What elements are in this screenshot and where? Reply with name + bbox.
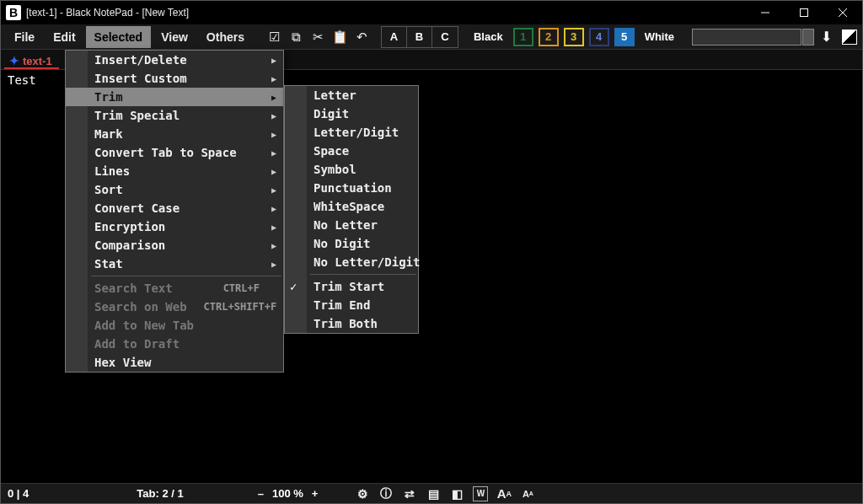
window-title: [text-1] - Black NotePad - [New Text] [26, 7, 189, 19]
theme-5-button[interactable]: 5 [614, 28, 635, 46]
svg-rect-1 [801, 9, 808, 17]
status-icons: ⚙ ⓘ ⇄ ▤ ◧ W AA AA [355, 486, 535, 501]
submenu-arrow-icon: ▶ [271, 241, 276, 250]
submenu-item-letter-digit[interactable]: Letter/Digit [285, 123, 418, 142]
layers-icon[interactable]: ▤ [426, 486, 441, 501]
submenu-arrow-icon: ▶ [271, 56, 276, 65]
trim-submenu: LetterDigitLetter/DigitSpaceSymbolPunctu… [284, 85, 419, 334]
menu-item-lines[interactable]: Lines▶ [66, 162, 283, 180]
download-icon[interactable]: ⬇ [821, 29, 832, 45]
submenu-arrow-icon: ▶ [271, 167, 276, 176]
editor-content: Test [8, 73, 36, 87]
submenu-arrow-icon: ▶ [271, 130, 276, 139]
submenu-item-whitespace[interactable]: WhiteSpace [285, 197, 418, 216]
tab-marker-icon: ✦ [9, 54, 19, 67]
window-icon[interactable]: ◧ [449, 486, 464, 501]
titlebar: B [text-1] - Black NotePad - [New Text] [1, 1, 862, 24]
menu-item-trim[interactable]: Trim▶ [66, 88, 283, 106]
menu-item-insert-custom[interactable]: Insert Custom▶ [66, 69, 283, 88]
font-decrease-icon[interactable]: AA [520, 486, 535, 501]
submenu-item-space[interactable]: Space [285, 142, 418, 160]
submenu-item-letter[interactable]: Letter [285, 86, 418, 105]
selected-dropdown: Insert/Delete▶Insert Custom▶Trim▶Trim Sp… [65, 50, 284, 373]
maximize-button[interactable] [785, 1, 823, 24]
submenu-item-trim-both[interactable]: Trim Both [285, 314, 418, 333]
menu-edit[interactable]: Edit [45, 26, 83, 48]
theme-2-button[interactable]: 2 [539, 28, 559, 46]
statusbar: 0 | 4 Tab: 2 / 1 – 100 % + ⚙ ⓘ ⇄ ▤ ◧ W A… [1, 483, 862, 503]
menu-item-add-to-draft: Add to Draft [66, 335, 283, 353]
menu-item-insert-delete[interactable]: Insert/Delete▶ [66, 51, 283, 69]
editor-area[interactable]: Test Insert/Delete▶Insert Custom▶Trim▶Tr… [1, 70, 862, 483]
theme-3-button[interactable]: 3 [564, 28, 584, 46]
submenu-item-punctuation[interactable]: Punctuation [285, 179, 418, 197]
paste-icon[interactable]: 📋 [332, 29, 349, 46]
menu-item-comparison[interactable]: Comparison▶ [66, 236, 283, 255]
mode-black-label: Black [474, 30, 503, 43]
zoom-value: 100 % [272, 487, 303, 500]
checkbox-icon[interactable]: ☑ [266, 29, 283, 46]
submenu-item-no-digit[interactable]: No Digit [285, 234, 418, 253]
submenu-arrow-icon: ▶ [271, 148, 276, 158]
swap-icon[interactable]: ⇄ [402, 486, 417, 501]
segment-a[interactable]: A [382, 27, 407, 47]
submenu-arrow-icon: ▶ [271, 185, 276, 195]
wrap-icon[interactable]: W [473, 486, 488, 501]
menu-item-stat[interactable]: Stat▶ [66, 255, 283, 273]
toolbar-dropdown-button[interactable] [802, 29, 814, 46]
window-controls [746, 1, 862, 24]
mode-white-label: White [645, 30, 674, 43]
close-button[interactable] [823, 1, 862, 24]
submenu-arrow-icon: ▶ [271, 223, 276, 232]
cut-icon[interactable]: ✂ [310, 29, 327, 46]
menu-others[interactable]: Others [198, 26, 253, 48]
undo-icon[interactable]: ↶ [354, 29, 371, 46]
app-icon: B [6, 5, 21, 20]
menu-item-hex-view[interactable]: Hex View [66, 353, 283, 372]
menu-item-sort[interactable]: Sort▶ [66, 180, 283, 199]
zoom-group: – 100 % + [258, 487, 319, 500]
submenu-item-symbol[interactable]: Symbol [285, 160, 418, 179]
app-window: B [text-1] - Black NotePad - [New Text] … [0, 0, 863, 504]
submenu-item-trim-end[interactable]: Trim End [285, 296, 418, 314]
toolbar-dropdown[interactable] [692, 29, 801, 46]
submenu-item-digit[interactable]: Digit [285, 105, 418, 123]
menu-view[interactable]: View [153, 26, 196, 48]
gear-icon[interactable]: ⚙ [355, 486, 370, 501]
menu-item-convert-case[interactable]: Convert Case▶ [66, 199, 283, 217]
menu-item-trim-special[interactable]: Trim Special▶ [66, 106, 283, 125]
menu-file[interactable]: File [6, 26, 43, 48]
contrast-icon[interactable] [842, 29, 857, 45]
submenu-arrow-icon: ▶ [271, 204, 276, 213]
titlebar-left: B [text-1] - Black NotePad - [New Text] [6, 5, 189, 20]
check-icon: ✓ [290, 280, 297, 293]
submenu-item-no-letter[interactable]: No Letter [285, 216, 418, 234]
submenu-item-trim-start[interactable]: ✓Trim Start [285, 277, 418, 296]
font-increase-icon[interactable]: AA [496, 486, 512, 501]
segment-group: A B C [381, 26, 458, 48]
menu-item-mark[interactable]: Mark▶ [66, 125, 283, 143]
menu-item-encryption[interactable]: Encryption▶ [66, 217, 283, 236]
zoom-out-button[interactable]: – [258, 487, 264, 500]
menu-item-convert-tab-to-space[interactable]: Convert Tab to Space▶ [66, 143, 283, 162]
segment-b[interactable]: B [407, 27, 432, 47]
submenu-arrow-icon: ▶ [271, 74, 276, 83]
submenu-item-no-letter-digit[interactable]: No Letter/Digit [285, 253, 418, 271]
info-icon[interactable]: ⓘ [378, 486, 394, 501]
theme-4-button[interactable]: 4 [589, 28, 609, 46]
segment-c[interactable]: C [432, 27, 458, 47]
theme-1-button[interactable]: 1 [513, 28, 533, 46]
tab-label: text-1 [23, 55, 52, 67]
zoom-in-button[interactable]: + [312, 487, 319, 500]
status-position: 0 | 4 [8, 487, 29, 500]
tab-text-1[interactable]: ✦ text-1 [4, 52, 59, 69]
copy-icon[interactable]: ⧉ [288, 29, 305, 46]
submenu-arrow-icon: ▶ [271, 111, 276, 121]
menu-item-search-text: Search TextCTRL+F [66, 279, 283, 298]
status-tabinfo: Tab: 2 / 1 [137, 487, 183, 500]
minimize-button[interactable] [746, 1, 785, 24]
submenu-arrow-icon: ▶ [271, 260, 276, 269]
menu-selected[interactable]: Selected [86, 26, 152, 48]
menu-item-search-on-web: Search on WebCTRL+SHIFT+F [66, 298, 283, 316]
submenu-arrow-icon: ▶ [271, 93, 276, 102]
